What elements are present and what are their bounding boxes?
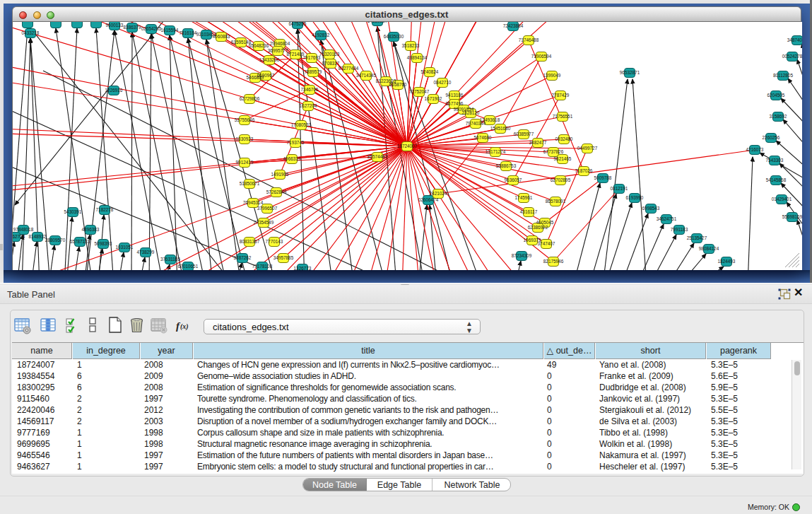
svg-text:7346706: 7346706 xyxy=(301,87,319,92)
svg-text:97848018: 97848018 xyxy=(13,227,34,232)
svg-text:3518233: 3518233 xyxy=(402,43,420,48)
svg-text:0842710: 0842710 xyxy=(434,80,452,85)
svg-text:9636057: 9636057 xyxy=(505,177,522,182)
svg-text:71756551: 71756551 xyxy=(553,114,573,119)
svg-text:36995777: 36995777 xyxy=(268,48,288,53)
svg-text:28809570: 28809570 xyxy=(45,238,66,243)
svg-text:7543303: 7543303 xyxy=(766,158,784,163)
svg-text:15451680: 15451680 xyxy=(490,126,511,131)
svg-text:57262849: 57262849 xyxy=(266,189,287,194)
svg-text:53755646: 53755646 xyxy=(235,117,255,122)
svg-text:54145868: 54145868 xyxy=(766,177,787,182)
svg-text:64835030: 64835030 xyxy=(384,34,404,39)
svg-text:80112805: 80112805 xyxy=(773,73,793,78)
svg-text:3747407: 3747407 xyxy=(538,241,555,246)
svg-text:1326773: 1326773 xyxy=(294,266,312,270)
svg-text:1399049: 1399049 xyxy=(543,73,561,78)
svg-text:71746488: 71746488 xyxy=(519,37,539,42)
svg-text:7889579: 7889579 xyxy=(305,69,322,74)
svg-text:65648236: 65648236 xyxy=(249,43,269,48)
svg-text:3158692: 3158692 xyxy=(770,114,787,119)
svg-text:7182278: 7182278 xyxy=(96,207,114,212)
svg-text:17080531: 17080531 xyxy=(291,122,312,127)
svg-text:13171274: 13171274 xyxy=(486,149,506,154)
svg-text:86578091: 86578091 xyxy=(546,199,566,204)
svg-text:8148932: 8148932 xyxy=(29,234,47,239)
svg-text:1491905: 1491905 xyxy=(271,172,289,177)
svg-text:2787429: 2787429 xyxy=(552,93,570,98)
svg-text:6475255: 6475255 xyxy=(289,22,307,26)
svg-text:8708317: 8708317 xyxy=(322,61,340,66)
svg-text:6998543: 6998543 xyxy=(642,206,660,211)
svg-text:77752047: 77752047 xyxy=(409,89,430,94)
svg-text:27354549: 27354549 xyxy=(254,220,274,225)
svg-text:9413186: 9413186 xyxy=(446,93,464,98)
svg-text:71906594: 71906594 xyxy=(531,54,552,59)
svg-text:9912419: 9912419 xyxy=(236,160,254,165)
svg-text:80831367: 80831367 xyxy=(240,239,260,244)
svg-text:1627204: 1627204 xyxy=(300,103,317,108)
svg-text:34957885: 34957885 xyxy=(273,255,294,260)
svg-text:98084124: 98084124 xyxy=(699,246,719,251)
svg-text:02606474: 02606474 xyxy=(418,197,439,202)
svg-text:7193745: 7193745 xyxy=(287,140,305,145)
svg-text:1226916: 1226916 xyxy=(105,88,123,93)
svg-text:62729806: 62729806 xyxy=(240,96,260,101)
svg-text:29946804: 29946804 xyxy=(270,41,290,46)
svg-text:0433218: 0433218 xyxy=(22,30,40,35)
svg-text:7816184: 7816184 xyxy=(180,30,197,35)
svg-text:1745961: 1745961 xyxy=(515,195,533,200)
svg-text:13433200: 13433200 xyxy=(259,57,280,62)
svg-text:4316117: 4316117 xyxy=(520,209,538,214)
svg-text:96532871: 96532871 xyxy=(620,70,640,75)
svg-text:4060883: 4060883 xyxy=(213,34,230,39)
svg-text:5009788: 5009788 xyxy=(594,175,612,180)
svg-text:7991183: 7991183 xyxy=(671,227,688,232)
svg-text:76320163: 76320163 xyxy=(319,52,340,57)
svg-text:25135427: 25135427 xyxy=(687,235,707,240)
svg-text:4966319: 4966319 xyxy=(283,156,301,161)
svg-text:51850671: 51850671 xyxy=(240,181,260,186)
svg-text:8721489: 8721489 xyxy=(287,52,305,57)
svg-text:13493618: 13493618 xyxy=(480,117,500,122)
svg-text:0812191: 0812191 xyxy=(611,186,628,191)
svg-text:64139537: 64139537 xyxy=(367,22,388,23)
svg-text:2260256: 2260256 xyxy=(763,135,780,140)
svg-text:1824493: 1824493 xyxy=(718,259,736,264)
svg-text:01429401: 01429401 xyxy=(772,197,792,201)
svg-text:4738299: 4738299 xyxy=(137,250,155,255)
svg-text:34874016: 34874016 xyxy=(787,37,802,42)
svg-text:5430391: 5430391 xyxy=(64,209,82,214)
svg-text:67010651: 67010651 xyxy=(178,264,199,269)
svg-text:85574443: 85574443 xyxy=(367,154,388,159)
svg-text:1671902: 1671902 xyxy=(425,96,442,101)
svg-text:62702895: 62702895 xyxy=(551,177,571,182)
svg-text:8677496: 8677496 xyxy=(446,101,464,106)
svg-text:87234309: 87234309 xyxy=(512,253,532,258)
svg-text:4005045: 4005045 xyxy=(536,220,554,225)
svg-text:0330923: 0330923 xyxy=(236,136,254,141)
svg-text:4216073: 4216073 xyxy=(746,147,764,152)
svg-text:34714345: 34714345 xyxy=(356,73,377,78)
svg-text:76945314: 76945314 xyxy=(243,200,264,205)
svg-text:5466889: 5466889 xyxy=(247,75,264,80)
svg-text:55698169: 55698169 xyxy=(782,214,802,219)
svg-text:02654235: 02654235 xyxy=(141,26,162,31)
svg-text:65787133: 65787133 xyxy=(70,239,90,244)
svg-text:7187026: 7187026 xyxy=(575,168,593,173)
svg-text:6658760: 6658760 xyxy=(389,82,407,87)
svg-text:00524278: 00524278 xyxy=(782,54,802,59)
svg-text:8386379: 8386379 xyxy=(124,25,141,30)
svg-text:2328120: 2328120 xyxy=(462,110,480,115)
svg-text:3482477: 3482477 xyxy=(529,140,547,145)
svg-text:37996507: 37996507 xyxy=(257,206,278,211)
svg-text:62386922: 62386922 xyxy=(528,225,548,230)
svg-text:73178108: 73178108 xyxy=(252,264,273,269)
svg-text:1031051: 1031051 xyxy=(116,245,134,250)
svg-text:82175946: 82175946 xyxy=(543,259,564,264)
svg-text:6204505: 6204505 xyxy=(767,93,785,98)
svg-text:34624751: 34624751 xyxy=(657,216,677,221)
svg-text:4192832: 4192832 xyxy=(312,33,330,37)
svg-text:1615594: 1615594 xyxy=(161,28,179,33)
svg-text:87277434: 87277434 xyxy=(339,66,359,71)
